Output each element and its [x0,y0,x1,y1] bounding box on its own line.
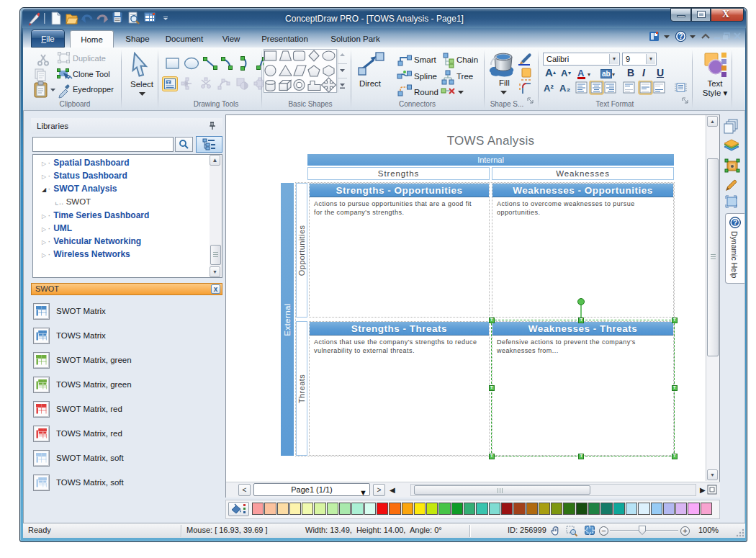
svg-text:?: ? [733,219,737,227]
svg-text:?: ? [678,32,683,40]
